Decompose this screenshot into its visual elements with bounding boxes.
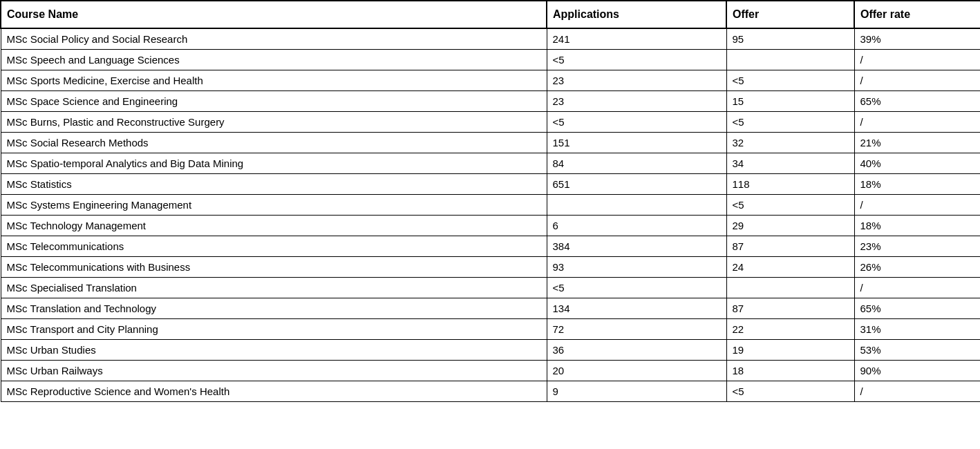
cell-course: MSc Sports Medicine, Exercise and Health [1,70,547,91]
cell-course: MSc Systems Engineering Management [1,195,547,216]
table-row: MSc Social Policy and Social Research241… [1,28,980,50]
cell-course: MSc Urban Studies [1,340,547,361]
header-course-name: Course Name [1,1,547,28]
cell-offer-rate: 65% [854,91,980,112]
cell-course: MSc Spatio-temporal Analytics and Big Da… [1,153,547,174]
cell-offer-rate: 39% [854,28,980,50]
cell-applications: 9 [547,381,726,402]
cell-applications: 134 [547,298,726,319]
table-row: MSc Urban Railways201890% [1,361,980,381]
cell-offer: 32 [726,133,854,153]
cell-offer [726,50,854,70]
table-row: MSc Sports Medicine, Exercise and Health… [1,70,980,91]
cell-offer: 95 [726,28,854,50]
table-row: MSc Translation and Technology1348765% [1,298,980,319]
data-table: Course Name Applications Offer Offer rat… [0,0,980,402]
main-container: Course Name Applications Offer Offer rat… [0,0,980,449]
cell-offer-rate: 18% [854,216,980,236]
cell-offer: 87 [726,236,854,257]
cell-offer-rate: / [854,50,980,70]
cell-course: MSc Social Policy and Social Research [1,28,547,50]
cell-applications: 84 [547,153,726,174]
cell-offer-rate: / [854,278,980,298]
table-row: MSc Reproductive Science and Women's Hea… [1,381,980,402]
cell-offer-rate: 53% [854,340,980,361]
table-row: MSc Specialised Translation<5/ [1,278,980,298]
cell-applications: 241 [547,28,726,50]
table-row: MSc Statistics65111818% [1,174,980,195]
cell-course: MSc Technology Management [1,216,547,236]
cell-course: MSc Urban Railways [1,361,547,381]
cell-offer: 19 [726,340,854,361]
table-row: MSc Speech and Language Sciences<5/ [1,50,980,70]
cell-offer: <5 [726,195,854,216]
cell-applications: 6 [547,216,726,236]
table-row: MSc Transport and City Planning722231% [1,319,980,340]
cell-course: MSc Burns, Plastic and Reconstructive Su… [1,112,547,133]
cell-offer-rate: 18% [854,174,980,195]
table-row: MSc Social Research Methods1513221% [1,133,980,153]
cell-applications: 36 [547,340,726,361]
cell-offer: 24 [726,257,854,278]
header-applications: Applications [547,1,726,28]
table-row: MSc Spatio-temporal Analytics and Big Da… [1,153,980,174]
header-offer: Offer [726,1,854,28]
cell-course: MSc Statistics [1,174,547,195]
cell-course: MSc Speech and Language Sciences [1,50,547,70]
cell-offer-rate: 31% [854,319,980,340]
cell-applications: 384 [547,236,726,257]
cell-offer-rate: 90% [854,361,980,381]
cell-offer: 15 [726,91,854,112]
cell-offer-rate: 21% [854,133,980,153]
cell-applications: 72 [547,319,726,340]
cell-offer-rate: 40% [854,153,980,174]
cell-offer-rate: / [854,70,980,91]
cell-course: MSc Social Research Methods [1,133,547,153]
cell-applications: 93 [547,257,726,278]
table-row: MSc Burns, Plastic and Reconstructive Su… [1,112,980,133]
cell-applications: 20 [547,361,726,381]
header-offer-rate: Offer rate [854,1,980,28]
cell-offer: <5 [726,381,854,402]
cell-offer-rate: / [854,112,980,133]
cell-course: MSc Transport and City Planning [1,319,547,340]
cell-course: MSc Telecommunications [1,236,547,257]
cell-applications [547,195,726,216]
cell-applications: <5 [547,50,726,70]
cell-offer: 18 [726,361,854,381]
cell-offer-rate: 65% [854,298,980,319]
cell-offer: 29 [726,216,854,236]
table-row: MSc Telecommunications3848723% [1,236,980,257]
cell-course: MSc Reproductive Science and Women's Hea… [1,381,547,402]
cell-course: MSc Telecommunications with Business [1,257,547,278]
cell-course: MSc Translation and Technology [1,298,547,319]
header-row: Course Name Applications Offer Offer rat… [1,1,980,28]
table-row: MSc Systems Engineering Management<5/ [1,195,980,216]
cell-offer: 34 [726,153,854,174]
table-row: MSc Telecommunications with Business9324… [1,257,980,278]
cell-offer: <5 [726,70,854,91]
cell-offer: 118 [726,174,854,195]
cell-offer-rate: 26% [854,257,980,278]
table-row: MSc Urban Studies361953% [1,340,980,361]
cell-applications: <5 [547,278,726,298]
cell-offer-rate: / [854,381,980,402]
cell-offer: 87 [726,298,854,319]
cell-offer [726,278,854,298]
cell-offer: 22 [726,319,854,340]
cell-applications: 23 [547,70,726,91]
cell-offer-rate: / [854,195,980,216]
cell-applications: 23 [547,91,726,112]
table-row: MSc Space Science and Engineering231565% [1,91,980,112]
cell-applications: <5 [547,112,726,133]
table-row: MSc Technology Management62918% [1,216,980,236]
cell-course: MSc Specialised Translation [1,278,547,298]
cell-applications: 151 [547,133,726,153]
cell-offer: <5 [726,112,854,133]
cell-applications: 651 [547,174,726,195]
cell-course: MSc Space Science and Engineering [1,91,547,112]
cell-offer-rate: 23% [854,236,980,257]
